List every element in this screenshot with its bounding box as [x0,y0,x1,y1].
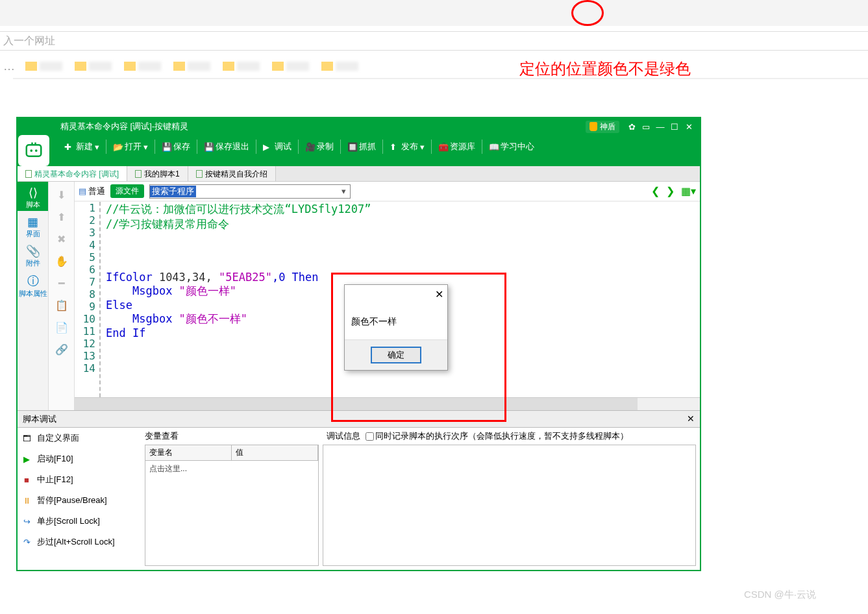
debug-panel: 🗔自定义界面 ▶启动[F10] ■中止[F12] ⏸暂停[Pause/Break… [18,427,700,570]
pause-row[interactable]: ⏸暂停[Pause/Break] [18,490,141,511]
stepover-icon: ↷ [21,537,32,547]
new-button[interactable]: ✚新建▾ [59,135,105,158]
annotation-text: 定位的位置颜色不是绿色 [519,58,691,79]
save-icon: 💾 [162,142,171,151]
play-icon: ▶ [21,454,32,464]
step-row[interactable]: ↪单步[Scroll Lock] [18,511,141,532]
open-button[interactable]: 📂打开▾ [108,135,153,158]
sidebar-item-script[interactable]: ⟨⟩脚本 [18,182,48,211]
resource-button[interactable]: 🧰资源库 [433,135,480,158]
bookmark-item[interactable] [223,58,262,74]
delete-icon[interactable]: ✖ [53,231,70,248]
doc-icon [135,170,142,178]
bookmark-item[interactable] [173,58,212,74]
learn-icon: 📖 [489,142,498,151]
bookmark-item[interactable] [25,58,64,74]
down-icon[interactable]: ⬇ [53,187,70,204]
attach-icon: 📎 [18,244,48,258]
var-table[interactable]: 变量名 值 点击这里... [145,445,319,566]
restore-icon[interactable]: ▭ [639,122,653,132]
shendun-badge[interactable]: 神盾 [586,121,619,133]
ui-icon: ▦ [18,215,48,229]
up-icon[interactable]: ⬆ [53,209,70,226]
capture-icon: 🔲 [347,142,356,151]
msgbox-close-icon[interactable]: ✕ [435,288,443,301]
bookmarks-bar: … [0,53,868,79]
bookmark-item[interactable] [272,58,311,74]
tab-script1[interactable]: 精灵基本命令内容 [调试] [18,166,127,182]
hand-icon[interactable]: ✋ [53,253,70,270]
publish-icon: ⬆ [390,142,399,151]
nav-prev-icon[interactable]: ❮ [651,185,660,197]
minimize-icon[interactable]: — [653,122,667,132]
msgbox-ok-button[interactable]: 确定 [371,347,421,363]
search-text: 搜索子程序 [150,186,196,197]
capture-button[interactable]: 🔲抓抓 [342,135,381,158]
sidebar-item-ui[interactable]: ▦界面 [18,211,48,240]
debug-actions: 🗔自定义界面 ▶启动[F10] ■中止[F12] ⏸暂停[Pause/Break… [18,428,141,570]
link-icon[interactable]: 🔗 [53,341,70,358]
close-icon[interactable]: ✕ [682,122,696,132]
pause-icon: ⏸ [21,496,32,506]
address-bar[interactable]: 入一个网址 [0,31,868,51]
horizontal-scrollbar[interactable] [75,397,700,410]
panel-close-icon[interactable]: ✕ [687,413,695,424]
record-button[interactable]: 🎥录制 [300,135,339,158]
document-tabs: 精灵基本命令内容 [调试] 我的脚本1 按键精灵自我介绍 [18,166,700,182]
info-icon: ⓘ [18,273,48,289]
publish-button[interactable]: ⬆发布▾ [384,135,430,158]
step-icon: ↪ [21,517,32,526]
bookmark-item[interactable] [321,58,360,74]
sidebar-item-prop[interactable]: ⓘ脚本属性 [18,269,48,300]
debug-button[interactable]: ▶调试 [258,135,297,158]
custom-ui-row[interactable]: 🗔自定义界面 [18,428,141,448]
view-plain[interactable]: ▤普通 [79,186,105,197]
line-gutter: 1234567891011121314 [75,202,101,397]
window-title: 精灵基本命令内容 [调试]-按键精灵 [60,121,188,132]
doc-icon [25,170,32,178]
svg-point-1 [30,149,32,152]
var-placeholder[interactable]: 点击这里... [145,461,318,477]
bookmark-item[interactable] [124,58,163,74]
save-button[interactable]: 💾保存 [156,135,195,158]
tab-script3[interactable]: 按键精灵自我介绍 [188,166,276,182]
camera-icon: 🎥 [305,142,314,151]
record-exec-checkbox[interactable]: 同时记录脚本的执行次序（会降低执行速度，暂不支持多线程脚本） [364,430,628,442]
nav-next-icon[interactable]: ❯ [666,185,675,197]
bookmark-item[interactable] [75,58,114,74]
bookmarks-ellipsis: … [3,60,15,73]
var-watch-title: 变量查看 [141,428,323,445]
tab-script2[interactable]: 我的脚本1 [127,166,188,182]
paste-icon[interactable]: 📋 [53,297,70,314]
plus-icon: ✚ [64,142,73,151]
sidebar-item-attach[interactable]: 📎附件 [18,240,48,269]
start-row[interactable]: ▶启动[F10] [18,448,141,469]
learn-button[interactable]: 📖学习中心 [484,135,539,158]
maximize-icon[interactable]: ☐ [667,122,682,132]
stepover-row[interactable]: ↷步过[Alt+Scroll Lock] [18,532,141,552]
save-exit-button[interactable]: 💾保存退出 [199,135,254,158]
doc-icon [196,170,203,178]
grid-icon[interactable]: ▦▾ [681,185,696,197]
divider-icon: ━ [53,275,70,292]
stop-row[interactable]: ■中止[F12] [18,469,141,490]
msgbox-text: 颜色不一样 [345,303,447,339]
folder-icon: 📂 [113,142,122,151]
copy-icon[interactable]: 📄 [53,319,70,336]
play-icon: ▶ [263,142,272,151]
col-var-name: 变量名 [145,445,232,460]
app-logo [18,135,49,166]
shield-icon [589,122,597,131]
debug-output[interactable] [323,445,696,566]
titlebar: 精灵基本命令内容 [调试]-按键精灵 神盾 ✿ ▭ — ☐ ✕ [18,118,700,135]
search-subroutine[interactable]: 搜索子程序 ▾ [149,184,351,199]
settings-icon[interactable]: ✿ [625,122,639,132]
debug-panel-title: 脚本调试 ✕ [18,410,700,427]
debug-info: 调试信息 同时记录脚本的执行次序（会降低执行速度，暂不支持多线程脚本） [323,428,700,570]
watermark: CSDN @牛·云说 [744,589,816,601]
sidebar: ⟨⟩脚本 ▦界面 📎附件 ⓘ脚本属性 [18,182,49,410]
variable-watch: 变量查看 变量名 值 点击这里... [141,428,323,570]
dropdown-icon[interactable]: ▾ [338,186,350,196]
message-box: ✕ 颜色不一样 确定 [344,284,448,371]
view-source[interactable]: 源文件 [110,184,144,198]
